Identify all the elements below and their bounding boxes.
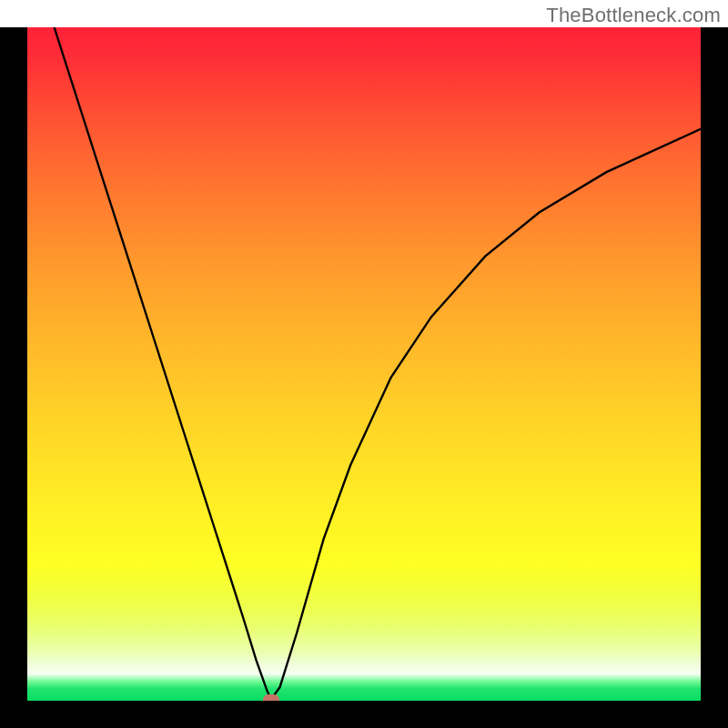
bottleneck-curve xyxy=(27,27,701,701)
plot-area xyxy=(27,27,701,701)
plot-frame xyxy=(0,27,728,728)
curve-right-branch xyxy=(271,129,701,700)
watermark-text: TheBottleneck.com xyxy=(546,4,721,27)
curve-left-branch xyxy=(55,27,271,700)
chart-root: TheBottleneck.com xyxy=(0,0,728,728)
optimal-marker xyxy=(263,694,279,701)
